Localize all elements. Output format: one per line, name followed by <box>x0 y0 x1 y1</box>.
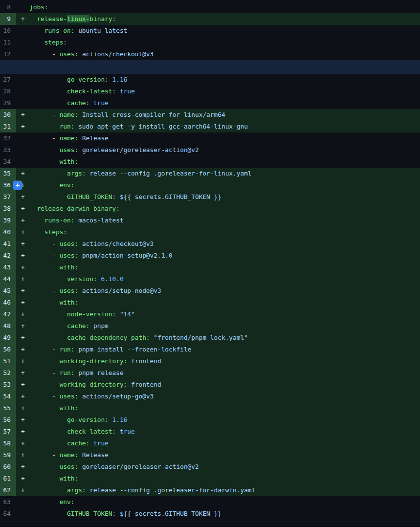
line-number[interactable]: 62 <box>0 484 16 496</box>
diff-row-context: 64 GITHUB_TOKEN: ${{ secrets.GITHUB_TOKE… <box>0 508 420 520</box>
expand-hidden-lines-row[interactable] <box>0 60 420 74</box>
line-number[interactable]: 29 <box>0 97 16 109</box>
code-segment: uses: <box>29 146 78 154</box>
line-number[interactable]: 35 <box>0 168 16 179</box>
code-line: - uses: actions/checkout@v3 <box>29 48 420 60</box>
diff-row-added: 52+ - run: pnpm release <box>0 367 420 379</box>
line-number[interactable]: 57 <box>0 426 16 438</box>
code-segment: working-directory: <box>29 381 127 388</box>
diff-sign: + <box>16 308 29 320</box>
code-segment: run: <box>60 346 75 353</box>
diff-sign <box>16 496 29 508</box>
diff-row-added: 38+ release-darwin-binary: <box>0 203 420 215</box>
code-segment: pnpm <box>89 322 109 329</box>
code-line: - uses: actions/setup-node@v3 <box>29 285 420 297</box>
line-number[interactable]: 50 <box>0 344 16 355</box>
diff-sign: + <box>16 320 29 332</box>
line-number[interactable]: 44 <box>0 273 16 285</box>
diff-sign: + <box>16 461 29 473</box>
code-line: node-version: "14" <box>29 308 420 320</box>
line-number[interactable]: 31 <box>0 121 16 132</box>
line-number[interactable]: 33 <box>0 144 16 156</box>
code-line: with: <box>29 473 420 484</box>
line-number[interactable]: 28 <box>0 86 16 97</box>
code-segment: name: <box>60 134 79 142</box>
diff-row-added: 57+ check-latest: true <box>0 426 420 438</box>
code-line: with: <box>29 402 420 414</box>
line-number[interactable]: 51 <box>0 355 16 367</box>
code-segment: check-latest: <box>29 88 116 95</box>
diff-row-context: 11 steps: <box>0 37 420 48</box>
line-number[interactable]: 45 <box>0 285 16 297</box>
line-number[interactable]: 43 <box>0 262 16 273</box>
diff-footer-divider <box>0 522 420 527</box>
code-line: GITHUB_TOKEN: ${{ secrets.GITHUB_TOKEN }… <box>29 191 420 203</box>
line-number[interactable]: 12 <box>0 48 16 60</box>
line-number[interactable]: 42 <box>0 250 16 262</box>
code-line: with: <box>29 262 420 273</box>
code-segment: true <box>89 439 109 447</box>
code-segment: jobs: <box>29 3 48 11</box>
diff-row-added: 62+ args: release --config .goreleaser-f… <box>0 484 420 496</box>
code-line: env: <box>29 179 420 191</box>
code-line: go-version: 1.16 <box>29 74 420 86</box>
code-line: release-linux-binary: <box>29 13 420 25</box>
line-number[interactable]: 32 <box>0 132 16 144</box>
line-number[interactable]: 59 <box>0 449 16 461</box>
line-number[interactable]: 27 <box>0 74 16 86</box>
code-segment: with: <box>29 299 78 306</box>
code-segment: go-version: <box>29 416 109 423</box>
line-number[interactable]: 41 <box>0 238 16 250</box>
diff-row-added: 9+ release-linux-binary: <box>0 13 420 25</box>
line-number[interactable]: 38 <box>0 203 16 215</box>
code-segment: steps: <box>29 39 67 46</box>
diff-row-added: 31+ run: sudo apt-get -y install gcc-aar… <box>0 121 420 132</box>
add-comment-button[interactable]: + <box>13 181 22 190</box>
code-segment: with: <box>29 475 78 482</box>
code-segment: - <box>29 451 60 459</box>
line-number[interactable]: 55 <box>0 402 16 414</box>
line-number[interactable]: 60 <box>0 461 16 473</box>
line-number[interactable]: 8 <box>0 1 16 13</box>
code-segment: working-directory: <box>29 357 127 365</box>
line-number[interactable]: 58 <box>0 438 16 449</box>
line-number[interactable]: 63 <box>0 496 16 508</box>
code-segment: Install cross-compiler for linux/arm64 <box>78 111 225 118</box>
diff-row-added: 41+ - uses: actions/checkout@v3 <box>0 238 420 250</box>
line-number[interactable]: 39 <box>0 215 16 226</box>
line-number[interactable]: 37 <box>0 191 16 203</box>
line-number[interactable]: 11 <box>0 37 16 48</box>
diff-sign <box>16 1 29 13</box>
code-segment: binary: <box>89 15 116 22</box>
code-segment: release-darwin-binary: <box>29 205 120 212</box>
line-number[interactable]: 9 <box>0 13 16 25</box>
line-number[interactable]: 30 <box>0 109 16 121</box>
line-number[interactable]: 64 <box>0 508 16 520</box>
code-segment: with: <box>29 404 78 412</box>
line-number[interactable]: 61 <box>0 473 16 484</box>
line-number[interactable]: 47 <box>0 308 16 320</box>
line-number[interactable]: 56 <box>0 414 16 426</box>
line-number[interactable]: 53 <box>0 379 16 391</box>
diff-row-added: 30+ - name: Install cross-compiler for l… <box>0 109 420 121</box>
diff-sign: + <box>16 297 29 308</box>
line-number[interactable]: 10 <box>0 25 16 37</box>
line-number[interactable]: 46 <box>0 297 16 308</box>
diff-row-added: 48+ cache: pnpm <box>0 320 420 332</box>
line-number[interactable]: 48 <box>0 320 16 332</box>
code-line: env: <box>29 496 420 508</box>
line-number[interactable]: 40 <box>0 226 16 238</box>
line-number[interactable]: 52 <box>0 367 16 379</box>
code-segment: uses: <box>60 287 79 294</box>
code-segment: uses: <box>60 252 79 259</box>
code-line: runs-on: macos-latest <box>29 215 420 226</box>
code-line: args: release --config .goreleaser-for-l… <box>29 168 420 179</box>
line-number[interactable]: 49 <box>0 332 16 344</box>
diff-sign: + <box>16 191 29 203</box>
code-segment: run: <box>29 123 74 130</box>
code-segment: name: <box>60 451 79 459</box>
code-segment: Release <box>78 451 109 459</box>
line-number[interactable]: 54 <box>0 391 16 402</box>
line-number[interactable]: 34 <box>0 156 16 168</box>
diff-sign: + <box>16 262 29 273</box>
